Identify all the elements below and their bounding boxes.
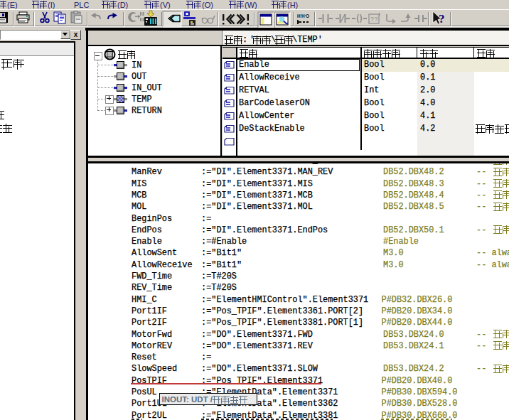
svg-text:O: O [306,14,309,18]
svg-text:?: ? [439,12,445,26]
svg-text:??: ?? [370,16,378,23]
svg-text:H: H [297,14,301,18]
svg-text:H: H [301,14,305,18]
